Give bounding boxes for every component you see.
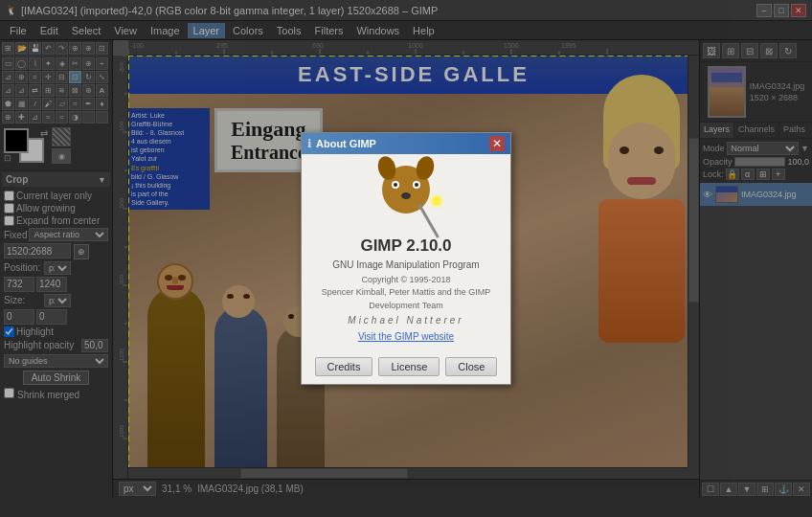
dialog-title-left: ℹ About GIMP: [307, 137, 376, 150]
mascot-eye-r: [413, 181, 420, 189]
close-button[interactable]: Close: [445, 357, 497, 376]
dialog-body: GIMP 2.10.0 GNU Image Manipulation Progr…: [302, 154, 510, 354]
license-button[interactable]: License: [378, 357, 440, 376]
credits-button[interactable]: Credits: [315, 357, 373, 376]
gimp-subtitle-text: GNU Image Manipulation Program: [309, 259, 503, 270]
mascot-ear-r: [414, 154, 437, 182]
gimp-mascot: [372, 166, 440, 233]
dialog-buttons: Credits License Close: [302, 353, 510, 384]
gimp-website-link[interactable]: Visit the GIMP website: [309, 331, 503, 342]
mascot-sparkle: [432, 196, 441, 206]
dialog-title-text: About GIMP: [316, 138, 376, 149]
gimp-version-text: GIMP 2.10.0: [309, 236, 503, 256]
dialog-close-button[interactable]: ✕: [489, 136, 505, 151]
dialog-icon: ℹ: [307, 137, 312, 150]
author-text: Michael Natterer: [309, 315, 503, 326]
dialog-title-bar: ℹ About GIMP ✕: [302, 133, 510, 154]
mascot-nose: [401, 192, 411, 199]
mascot-head: [382, 166, 430, 214]
about-dialog: ℹ About GIMP ✕: [301, 132, 511, 386]
mascot-wand: [417, 203, 440, 237]
mascot-ear-l: [375, 154, 398, 182]
mascot-eye-l: [392, 181, 399, 189]
dialog-overlay: ℹ About GIMP ✕: [0, 0, 812, 517]
copyright-text: Copyright © 1995-2018 Spencer Kimball, P…: [309, 274, 503, 313]
